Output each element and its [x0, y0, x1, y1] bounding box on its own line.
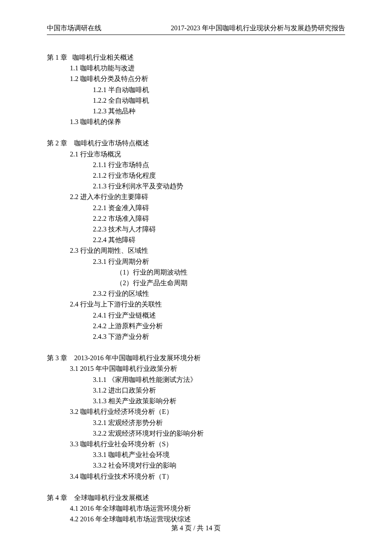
toc-item: 3.2.2 宏观经济环境对行业的影响分析 — [47, 428, 345, 439]
toc-item: 2.1.2 行业市场化程度 — [47, 170, 345, 181]
toc-item: 2.4.2 上游原料产业分析 — [47, 321, 345, 331]
toc-item: 1.2.1 半自动咖啡机 — [47, 84, 345, 95]
toc-item: 2.2 进入本行业的主要障碍 — [47, 191, 345, 202]
chapter-block: 第 4 章 全球咖啡机行业发展概述4.1 2016 年全球咖啡机市场运营环境分析… — [47, 492, 345, 525]
toc-item: 2.2.4 其他障碍 — [47, 234, 345, 245]
page-header: 中国市场调研在线 2017-2023 年中国咖啡机行业现状分析与发展趋势研究报告 — [47, 24, 345, 35]
page-number: 第 4 页 / 共 14 页 — [171, 524, 221, 532]
toc-item: 3.3.2 社会环境对行业的影响 — [47, 460, 345, 471]
chapter-title: 第 3 章 2013-2016 年中国咖啡机行业发展环境分析 — [47, 353, 345, 363]
toc-item: 2.2.2 市场准入障碍 — [47, 213, 345, 224]
toc-item: 3.1.3 相关产业政策影响分析 — [47, 396, 345, 406]
toc-item: 3.2.1 宏观经济形势分析 — [47, 417, 345, 428]
toc-item: 2.3 行业的周期性、区域性 — [47, 245, 345, 256]
toc-item: 3.1 2015 年中国咖啡机行业政策分析 — [47, 363, 345, 374]
chapter-block: 第 3 章 2013-2016 年中国咖啡机行业发展环境分析3.1 2015 年… — [47, 353, 345, 481]
chapter-title: 第 2 章 咖啡机行业市场特点概述 — [47, 138, 345, 148]
toc-item: 3.1.1 《家用咖啡机性能测试方法》 — [47, 374, 345, 385]
toc-item: 2.4.1 行业产业链概述 — [47, 310, 345, 321]
toc-item: 4.1 2016 年全球咖啡机市场运营环境分析 — [47, 503, 345, 514]
chapter-title: 第 4 章 全球咖啡机行业发展概述 — [47, 492, 345, 503]
toc-item: 3.3 咖啡机行业社会环境分析（S） — [47, 439, 345, 449]
document-page: 中国市场调研在线 2017-2023 年中国咖啡机行业现状分析与发展趋势研究报告… — [0, 0, 392, 555]
toc-item: 1.3 咖啡机的保养 — [47, 116, 345, 127]
toc-item: 1.2.3 其他品种 — [47, 106, 345, 116]
chapter-block: 第 1 章 咖啡机行业相关概述1.1 咖啡机功能与改进1.2 咖啡机分类及特点分… — [47, 52, 345, 127]
header-left: 中国市场调研在线 — [47, 24, 101, 33]
page-footer: 第 4 页 / 共 14 页 — [0, 524, 392, 533]
toc-item: 3.4 咖啡机行业技术环境分析（T） — [47, 471, 345, 482]
toc-item: 2.3.2 行业的区域性 — [47, 288, 345, 299]
toc-item: 2.4.3 下游产业分析 — [47, 331, 345, 342]
header-right: 2017-2023 年中国咖啡机行业现状分析与发展趋势研究报告 — [171, 24, 345, 33]
toc-item: （2）行业产品生命周期 — [47, 278, 345, 288]
toc-content: 第 1 章 咖啡机行业相关概述1.1 咖啡机功能与改进1.2 咖啡机分类及特点分… — [47, 52, 345, 524]
toc-item: 2.3.1 行业周期分析 — [47, 256, 345, 267]
toc-item: 1.2 咖啡机分类及特点分析 — [47, 73, 345, 84]
toc-item: 2.2.3 技术与人才障碍 — [47, 224, 345, 234]
toc-item: 2.4 行业与上下游行业的关联性 — [47, 299, 345, 309]
toc-item: 3.1.2 进出口政策分析 — [47, 385, 345, 396]
toc-item: 2.1.1 行业市场特点 — [47, 159, 345, 170]
toc-item: 1.2.2 全自动咖啡机 — [47, 95, 345, 106]
toc-item: 3.3.1 咖啡机产业社会环境 — [47, 449, 345, 460]
toc-item: 3.2 咖啡机行业经济环境分析（E） — [47, 406, 345, 417]
chapter-block: 第 2 章 咖啡机行业市场特点概述2.1 行业市场概况2.1.1 行业市场特点2… — [47, 138, 345, 342]
toc-item: 4.2 2016 年全球咖啡机市场运营现状综述 — [47, 514, 345, 524]
toc-item: 2.1.3 行业利润水平及变动趋势 — [47, 181, 345, 191]
toc-item: 1.1 咖啡机功能与改进 — [47, 63, 345, 73]
toc-item: 2.1 行业市场概况 — [47, 149, 345, 159]
toc-item: （1）行业的周期波动性 — [47, 267, 345, 278]
toc-item: 2.2.1 资金准入障碍 — [47, 202, 345, 213]
chapter-title: 第 1 章 咖啡机行业相关概述 — [47, 52, 345, 63]
